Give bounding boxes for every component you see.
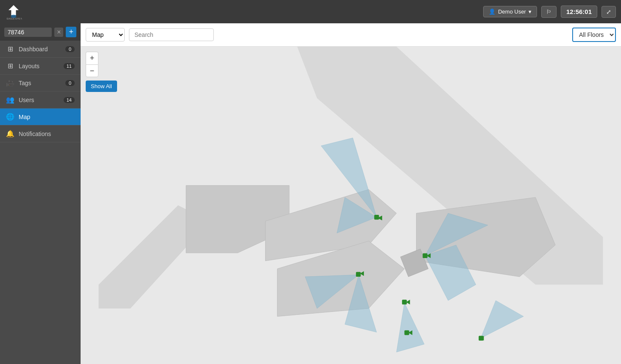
dashboard-label: Dashboard [19, 46, 61, 53]
dashboard-badge: 0 [65, 46, 75, 52]
notifications-label: Notifications [19, 131, 75, 137]
user-icon: 👤 [489, 8, 495, 15]
layouts-label: Layouts [19, 63, 59, 69]
notifications-icon: 🔔 [6, 130, 14, 138]
users-label: Users [19, 97, 59, 103]
account-add-button[interactable]: + [66, 27, 76, 37]
flag-button[interactable]: 🏳 [541, 6, 557, 18]
svg-marker-14 [397, 303, 425, 352]
main-layout: 78746 × + ⊞ Dashboard 0 ⊞ Layouts 11 🎥 T… [0, 23, 621, 364]
layouts-icon: ⊞ [6, 62, 14, 70]
map-toolbar: Map Satellite Hybrid All Floors Floor 1 … [81, 23, 621, 47]
nav-users[interactable]: 👥 Users 14 [0, 92, 81, 108]
show-all-button[interactable]: Show All [86, 81, 117, 92]
svg-marker-0 [8, 5, 19, 15]
map-area[interactable]: + − Show All [81, 47, 621, 364]
nav-tags[interactable]: 🎥 Tags 0 [0, 75, 81, 92]
map-label: Map [19, 114, 75, 120]
user-button[interactable]: 👤 Demo User ▾ [483, 6, 537, 17]
logo: EAGLE EYE NETWORKS [5, 3, 22, 20]
floors-select[interactable]: All Floors Floor 1 Floor 2 [572, 28, 616, 42]
nav-dashboard[interactable]: ⊞ Dashboard 0 [0, 41, 81, 58]
content: Map Satellite Hybrid All Floors Floor 1 … [81, 23, 621, 364]
zoom-out-button[interactable]: − [86, 64, 98, 77]
tags-label: Tags [19, 80, 61, 86]
svg-rect-20 [356, 272, 361, 277]
zoom-in-button[interactable]: + [86, 52, 98, 64]
map-svg [81, 47, 621, 364]
users-icon: 👥 [6, 96, 14, 104]
layouts-badge: 11 [64, 63, 75, 69]
map-icon: 🌐 [6, 113, 14, 121]
map-zoom-controls: + − [86, 52, 98, 77]
svg-rect-18 [374, 215, 379, 220]
account-close-button[interactable]: × [54, 28, 63, 37]
logo-icon: EAGLE EYE NETWORKS [5, 3, 22, 20]
clock-display: 12:56:01 [561, 6, 597, 18]
flag-icon: 🏳 [546, 8, 552, 15]
account-name: 78746 [4, 28, 52, 37]
dashboard-icon: ⊞ [6, 45, 14, 53]
nav-map[interactable]: 🌐 Map [0, 108, 81, 125]
map-type-select[interactable]: Map Satellite Hybrid [86, 28, 125, 42]
svg-marker-17 [481, 300, 523, 338]
topbar: EAGLE EYE NETWORKS 👤 Demo User ▾ 🏳 12:56… [0, 0, 621, 23]
user-label: Demo User [498, 8, 526, 15]
tags-icon: 🎥 [6, 79, 14, 87]
search-input[interactable] [129, 28, 214, 41]
nav-layouts[interactable]: ⊞ Layouts 11 [0, 58, 81, 75]
nav-notifications[interactable]: 🔔 Notifications [0, 125, 81, 142]
account-bar: 78746 × + [0, 23, 81, 41]
fullscreen-button[interactable]: ⤢ [601, 6, 616, 18]
chevron-down-icon: ▾ [529, 8, 531, 15]
users-badge: 14 [64, 97, 75, 103]
sidebar: 78746 × + ⊞ Dashboard 0 ⊞ Layouts 11 🎥 T… [0, 23, 81, 364]
tags-badge: 0 [65, 80, 75, 86]
svg-text:EAGLE EYE NETWORKS: EAGLE EYE NETWORKS [7, 17, 22, 20]
topbar-right: 👤 Demo User ▾ 🏳 12:56:01 ⤢ [483, 6, 616, 18]
